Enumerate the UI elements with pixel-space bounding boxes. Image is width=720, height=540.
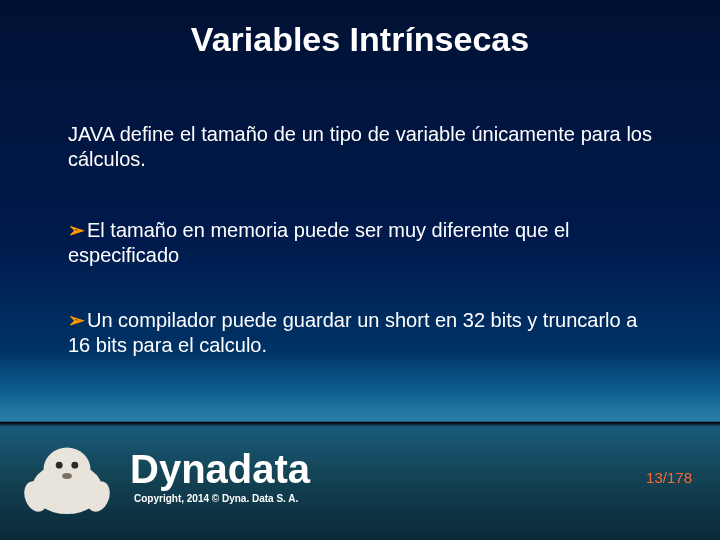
bullet-arrow-icon: ➢ <box>68 309 85 331</box>
svg-point-1 <box>44 448 91 491</box>
bullet-arrow-icon: ➢ <box>68 219 85 241</box>
page-number: 13/178 <box>646 469 692 486</box>
svg-point-2 <box>56 462 63 469</box>
intro-paragraph: JAVA define el tamaño de un tipo de vari… <box>68 122 652 172</box>
slide-title: Variables Intrínsecas <box>0 20 720 59</box>
svg-point-4 <box>62 473 72 479</box>
bullet-item-2: ➢Un compilador puede guardar un short en… <box>68 308 652 358</box>
slide: Variables Intrínsecas JAVA define el tam… <box>0 0 720 540</box>
mascot-icon <box>18 430 116 518</box>
copyright-text: Copyright, 2014 © Dyna. Data S. A. <box>134 493 310 504</box>
logo-text: Dynadata <box>130 449 310 489</box>
svg-point-3 <box>71 462 78 469</box>
bullet-item-1: ➢El tamaño en memoria puede ser muy dife… <box>68 218 652 268</box>
bullet-text-2: Un compilador puede guardar un short en … <box>68 309 637 356</box>
bullet-text-1: El tamaño en memoria puede ser muy difer… <box>68 219 570 266</box>
logo-block: Dynadata Copyright, 2014 © Dyna. Data S.… <box>130 449 310 504</box>
